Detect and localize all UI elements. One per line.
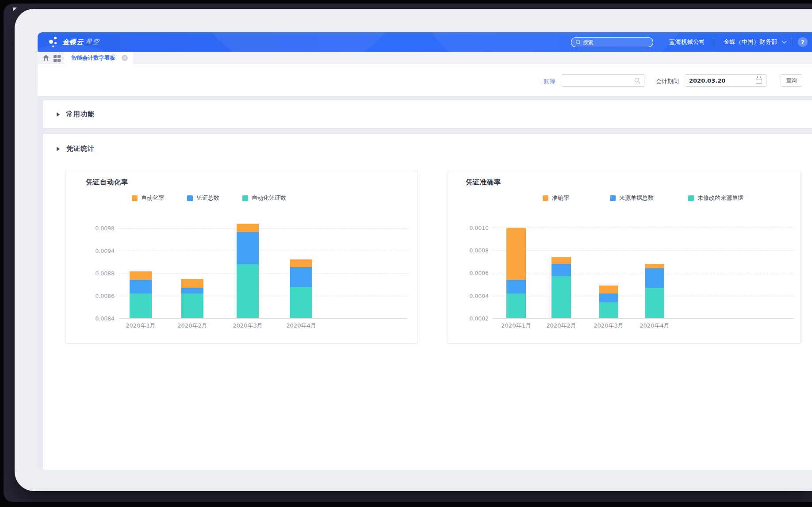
screenshot-stage: 金蝶云 星空 蓝海机械公司 金蝶（中国）财务部 ? <box>0 0 812 507</box>
gridline <box>119 296 407 296</box>
company-name[interactable]: 蓝海机械公司 <box>669 32 705 52</box>
legend-swatch <box>688 195 694 201</box>
bar-segment-凭证总数[interactable] <box>181 288 203 294</box>
bar-segment-未修改的来源单据[interactable] <box>552 276 571 318</box>
bar-segment-自动化凭证数[interactable] <box>130 294 152 318</box>
x-axis-label: 2020年2月 <box>168 322 217 330</box>
lookup-search-icon[interactable] <box>635 78 640 84</box>
chart-accuracy-rate: 凭证准确率准确率来源单据总数未修改的来源单据0.00020.00040.0006… <box>448 171 801 344</box>
book-input[interactable] <box>561 75 628 86</box>
legend-label: 自动化率 <box>141 194 164 202</box>
period-label: 会计期间 <box>656 77 679 85</box>
period-field[interactable] <box>685 74 766 87</box>
calendar-icon[interactable] <box>756 78 762 84</box>
y-tick-label: 0.0002 <box>462 315 489 322</box>
chart-automation-rate: 凭证自动化率自动化率凭证总数自动化凭证数0.00840.00860.00880.… <box>65 171 418 344</box>
bar-segment-来源单据总数[interactable] <box>506 280 526 294</box>
y-tick-label: 0.0088 <box>88 270 115 277</box>
section-voucher-stats[interactable]: 凭证统计 <box>57 145 95 153</box>
kingdee-logo[interactable]: 金蝶云 星空 <box>48 36 100 48</box>
y-tick-label: 0.0004 <box>462 292 489 299</box>
book-field[interactable] <box>561 74 644 87</box>
legend-label: 未修改的来源单据 <box>697 194 743 202</box>
legend-swatch <box>543 195 548 201</box>
bar-segment-未修改的来源单据[interactable] <box>645 288 664 318</box>
bar-segment-凭证总数[interactable] <box>290 267 312 286</box>
bar-segment-自动化凭证数[interactable] <box>290 287 312 318</box>
bar-segment-自动化率[interactable] <box>237 224 259 232</box>
bar-segment-来源单据总数[interactable] <box>552 264 571 276</box>
y-tick-label: 0.0098 <box>88 225 115 232</box>
bar-segment-自动化率[interactable] <box>130 271 152 280</box>
app-window: 金蝶云 星空 蓝海机械公司 金蝶（中国）财务部 ? <box>15 9 812 491</box>
y-tick-label: 0.0010 <box>462 224 489 231</box>
tab-dashboard[interactable]: 智能会计数字看板 × <box>64 52 133 64</box>
x-axis-label: 2020年2月 <box>537 322 586 330</box>
filter-toolbar: 账簿 会计期间 查询 <box>38 64 812 96</box>
legend-label: 准确率 <box>552 194 569 202</box>
bar-segment-自动化率[interactable] <box>290 259 312 267</box>
period-input[interactable] <box>685 75 747 86</box>
bar-segment-自动化凭证数[interactable] <box>181 294 203 318</box>
brand-name: 金蝶云 <box>62 38 84 46</box>
legend-label: 来源单据总数 <box>619 194 654 202</box>
y-tick-label: 0.0086 <box>88 293 115 299</box>
x-axis-label: 2020年1月 <box>116 322 165 330</box>
x-axis-line <box>492 318 794 319</box>
bar-segment-准确率[interactable] <box>552 257 571 263</box>
search-input[interactable] <box>583 39 645 46</box>
chart-title: 凭证准确率 <box>466 178 501 187</box>
legend-item[interactable]: 准确率 <box>543 194 569 202</box>
section-common-functions[interactable]: 常用功能 <box>57 110 95 118</box>
x-axis-label: 2020年1月 <box>492 322 540 330</box>
home-icon[interactable] <box>42 54 50 62</box>
x-axis-label: 2020年3月 <box>584 322 633 330</box>
bar-segment-来源单据总数[interactable] <box>599 294 618 303</box>
x-axis-line <box>119 318 407 319</box>
x-axis-label: 2020年4月 <box>630 322 679 330</box>
gridline <box>492 228 794 228</box>
legend-item[interactable]: 自动化凭证数 <box>242 194 286 202</box>
gridline <box>119 273 407 274</box>
global-search[interactable] <box>571 37 653 47</box>
help-icon[interactable]: ? <box>798 37 808 47</box>
bar-segment-凭证总数[interactable] <box>130 280 152 294</box>
query-button[interactable]: 查询 <box>781 74 802 87</box>
user-org-dropdown[interactable]: 金蝶（中国）财务部 <box>724 32 785 52</box>
bar-segment-未修改的来源单据[interactable] <box>599 302 618 318</box>
legend-item[interactable]: 凭证总数 <box>187 194 219 202</box>
page-content: 常用功能 凭证统计 凭证自动化率自动化率凭证总数自动化凭证数0.00840.00… <box>38 96 812 470</box>
gridline <box>492 250 794 251</box>
bar-segment-凭证总数[interactable] <box>237 232 259 265</box>
legend-item[interactable]: 未修改的来源单据 <box>688 194 743 202</box>
y-tick-label: 0.0008 <box>462 247 489 254</box>
x-axis-label: 2020年4月 <box>277 322 326 330</box>
y-tick-label: 0.0006 <box>462 270 489 276</box>
search-icon <box>576 40 581 45</box>
legend-swatch <box>132 195 138 201</box>
bar-segment-准确率[interactable] <box>645 264 664 268</box>
voucher-stats-card: 凭证统计 凭证自动化率自动化率凭证总数自动化凭证数0.00840.00860.0… <box>43 134 812 470</box>
common-functions-card: 常用功能 <box>43 100 812 128</box>
tab-label: 智能会计数字看板 <box>71 54 115 62</box>
bar-segment-未修改的来源单据[interactable] <box>506 294 526 318</box>
legend-item[interactable]: 自动化率 <box>132 194 164 202</box>
legend-label: 自动化凭证数 <box>252 194 286 202</box>
close-icon[interactable]: × <box>122 55 128 61</box>
bar-segment-自动化率[interactable] <box>181 279 203 288</box>
y-tick-label: 0.0084 <box>88 315 115 322</box>
book-label[interactable]: 账簿 <box>544 77 555 85</box>
gridline <box>119 228 407 229</box>
chevron-down-icon <box>781 38 786 43</box>
bar-segment-准确率[interactable] <box>506 228 526 280</box>
bar-segment-准确率[interactable] <box>599 286 618 294</box>
header-decor <box>184 32 414 52</box>
apps-grid-icon[interactable] <box>53 54 61 62</box>
chart-title: 凭证自动化率 <box>86 178 128 187</box>
tab-bar: 智能会计数字看板 × <box>38 52 812 64</box>
bar-segment-来源单据总数[interactable] <box>645 268 664 288</box>
legend-label: 凭证总数 <box>196 194 219 202</box>
bar-segment-自动化凭证数[interactable] <box>237 264 259 318</box>
legend-item[interactable]: 来源单据总数 <box>610 194 654 202</box>
logo-dots-icon <box>48 36 60 48</box>
